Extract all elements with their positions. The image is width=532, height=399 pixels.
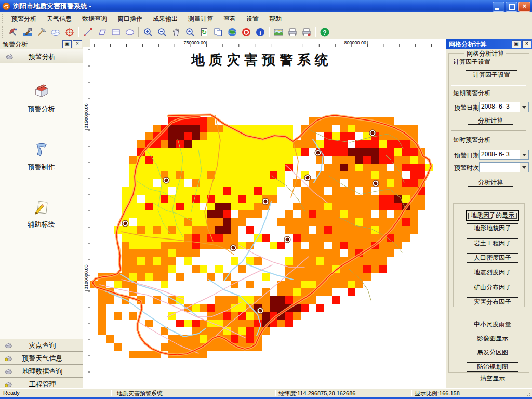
menu-item-成果输出[interactable]: 成果输出 [148, 14, 183, 24]
rectangle-tool-icon[interactable] [109, 25, 123, 39]
short-time-date-value: 2008- 6- 3 [480, 150, 520, 159]
zoom-out-icon[interactable] [155, 25, 169, 39]
pin-icon[interactable]: ▣ [62, 40, 72, 48]
chevron-down-icon[interactable] [520, 102, 528, 112]
target-icon[interactable] [62, 25, 76, 39]
sidebar-bar-预警天气信息[interactable]: 预警天气信息 [0, 352, 83, 365]
line-tool-icon[interactable] [81, 25, 95, 39]
short-term-analyze-button[interactable]: 分析计算 [468, 116, 513, 125]
sidebar-bar-地理数据查询[interactable]: 地理数据查询 [0, 365, 83, 378]
factor-button-矿山分布因子[interactable]: 矿山分布因子 [467, 283, 518, 292]
factor-button-人口密度因子[interactable]: 人口密度因子 [467, 253, 518, 263]
zoom-in-icon[interactable] [141, 25, 155, 39]
hammer-water-icon[interactable] [20, 25, 34, 39]
maximize-button[interactable] [506, 2, 517, 12]
display-button-影像图显示[interactable]: 影像图显示 [467, 334, 518, 343]
map-image-icon[interactable] [271, 25, 285, 39]
display-button-中小尺度雨量[interactable]: 中小尺度雨量 [467, 320, 518, 329]
section-divider [451, 84, 526, 86]
title-bar: 浏阳市地质灾害预警系统 - × [0, 0, 532, 12]
status-bar: Ready 地质灾害预警系统 经纬度:114.296875,28.162686 … [0, 388, 532, 397]
pin-icon[interactable]: ▣ [512, 40, 521, 48]
stop-icon[interactable] [239, 25, 253, 39]
menu-item-测量计算[interactable]: 测量计算 [183, 14, 218, 24]
calc-factor-setting-button[interactable]: 计算因子设置 [466, 70, 517, 79]
ellipse-tool-icon[interactable] [123, 25, 137, 39]
print-setup-icon[interactable] [299, 25, 313, 39]
status-coordinates: 经纬度:114.296875,28.162686 [278, 390, 355, 397]
sidebar-item-预警制作[interactable]: 预警制作 [0, 141, 83, 172]
svg-text:800000.00: 800000.00 [344, 40, 366, 45]
cloud-icon[interactable] [48, 25, 62, 39]
sidebar-item-label: 预警分析 [0, 104, 83, 114]
polygon-tool-icon[interactable] [95, 25, 109, 39]
refresh-icon[interactable]: ↻ [197, 25, 211, 39]
close-panel-icon[interactable]: × [522, 40, 531, 48]
factor-button-灾害分布因子[interactable]: 灾害分布因子 [467, 297, 518, 307]
status-ready: Ready [3, 390, 20, 396]
info-icon[interactable]: i [253, 25, 267, 39]
chevron-down-icon[interactable] [520, 150, 528, 159]
factor-button-地质因子的显示[interactable]: 地质因子的显示 [467, 210, 518, 220]
toolbar-separator [78, 27, 79, 37]
menu-item-查看[interactable]: 查看 [218, 14, 241, 24]
window-bottom-border [0, 397, 532, 399]
short-term-date-combo[interactable]: 2008- 6- 3 [479, 102, 529, 112]
menu-item-窗口操作[interactable]: 窗口操作 [112, 14, 148, 24]
left-panel-title: 预警分析 [3, 40, 62, 49]
close-panel-icon[interactable]: × [73, 40, 82, 48]
menu-item-数据查询[interactable]: 数据查询 [77, 14, 112, 24]
right-panel-titlebar: 网格分析计算 ▣ × [446, 39, 532, 49]
copy-icon[interactable] [211, 25, 225, 39]
print-icon[interactable] [285, 25, 299, 39]
factor-button-岩土工程因子[interactable]: 岩土工程因子 [467, 238, 518, 248]
menu-item-天气信息[interactable]: 天气信息 [42, 14, 77, 24]
sidebar-bar-label: 灾点查询 [15, 341, 83, 350]
globe-icon[interactable] [225, 25, 239, 39]
help-icon[interactable]: ? [317, 25, 331, 39]
window-title: 浏阳市地质灾害预警系统 - [13, 2, 91, 11]
vertical-ruler: 3150000.003100000.00 [83, 47, 91, 388]
sidebar-item-辅助标绘[interactable]: 辅助标绘 [0, 198, 83, 229]
minimize-button[interactable] [493, 2, 504, 12]
factor-button-地震烈度因子[interactable]: 地震烈度因子 [467, 268, 518, 277]
zoom-extent-icon[interactable]: ± [183, 25, 197, 39]
svg-text:3150000.00: 3150000.00 [84, 103, 89, 128]
svg-text:3100000.00: 3100000.00 [84, 264, 89, 289]
close-button[interactable]: × [518, 2, 530, 12]
menu-item-预警分析[interactable]: 预警分析 [6, 14, 42, 24]
display-button-易发分区图[interactable]: 易发分区图 [467, 348, 518, 357]
menu-gripper[interactable] [1, 14, 5, 23]
short-time-analyze-button[interactable]: 分析计算 [468, 178, 513, 187]
calc-factor-section-label: 计算因子设置 [453, 58, 493, 66]
pan-hand-icon[interactable] [169, 25, 183, 39]
mouse-gray-icon [4, 366, 12, 376]
chevron-down-icon[interactable] [520, 163, 528, 172]
map-canvas[interactable]: 地质灾害预警系统 [90, 47, 446, 388]
factor-button-地形地貌因子[interactable]: 地形地貌因子 [467, 223, 518, 233]
horizontal-ruler: 750000.00800000.00 [90, 39, 446, 47]
sidebar-item-预警分析[interactable]: 预警分析 [0, 83, 83, 114]
section-header-icon [5, 51, 14, 61]
pick-icon[interactable] [34, 25, 48, 39]
sidebar-bar-label: 预警天气信息 [15, 354, 83, 363]
sidebar-bar-灾点查询[interactable]: 灾点查询 [0, 339, 83, 352]
menu-item-设置[interactable]: 设置 [241, 14, 264, 24]
menu-item-帮助[interactable]: 帮助 [264, 14, 287, 24]
toolbar-gripper[interactable] [1, 26, 5, 38]
toolbar-separator [269, 27, 270, 37]
left-panel: 预警分析 ▣ × 预警分析 预警分析预警制作辅助标绘 灾点查询预警天气信息地理数… [0, 39, 84, 388]
resize-grip[interactable] [525, 390, 531, 397]
short-time-date-combo[interactable]: 2008- 6- 3 [479, 150, 529, 160]
left-panel-items: 预警分析预警制作辅助标绘 [0, 63, 83, 339]
satellite-icon[interactable] [6, 25, 20, 39]
short-time-times-combo[interactable] [479, 162, 529, 172]
short-term-section-label: 短期预警分析 [453, 89, 493, 98]
left-panel-section-header[interactable]: 预警分析 [0, 49, 83, 64]
main-region: 预警分析 ▣ × 预警分析 预警分析预警制作辅助标绘 灾点查询预警天气信息地理数… [0, 39, 532, 388]
display-button-防治规划图[interactable]: 防治规划图 [467, 362, 518, 372]
display-button-清空显示[interactable]: 清空显示 [467, 374, 518, 383]
map-title: 地质灾害预警系统 [191, 52, 332, 68]
status-divider [111, 390, 112, 396]
svg-text:±: ± [188, 29, 191, 34]
